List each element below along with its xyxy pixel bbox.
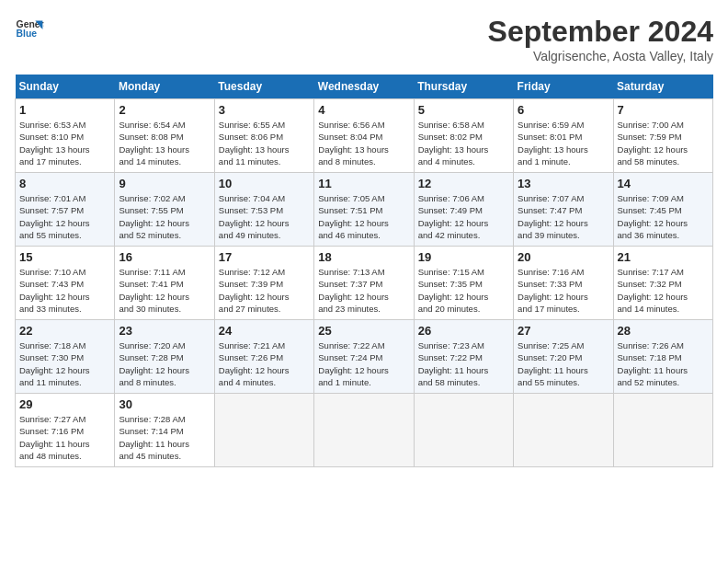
calendar-cell: 29Sunrise: 7:27 AMSunset: 7:16 PMDayligh… [16, 394, 115, 467]
day-info: Sunrise: 6:59 AMSunset: 8:01 PMDaylight:… [518, 119, 609, 167]
calendar-cell: 27Sunrise: 7:25 AMSunset: 7:20 PMDayligh… [514, 320, 613, 394]
calendar-cell: 30Sunrise: 7:28 AMSunset: 7:14 PMDayligh… [115, 394, 214, 467]
day-number: 2 [119, 103, 210, 117]
day-info: Sunrise: 7:13 AMSunset: 7:37 PMDaylight:… [318, 266, 409, 315]
day-info: Sunrise: 7:12 AMSunset: 7:39 PMDaylight:… [219, 266, 310, 315]
calendar-cell: 22Sunrise: 7:18 AMSunset: 7:30 PMDayligh… [16, 320, 115, 394]
day-number: 16 [119, 250, 210, 264]
header: General Blue September 2024 Valgrisenche… [15, 15, 713, 63]
logo: General Blue [15, 15, 44, 44]
day-number: 18 [318, 250, 409, 264]
day-info: Sunrise: 6:56 AMSunset: 8:04 PMDaylight:… [318, 119, 409, 167]
day-info: Sunrise: 7:01 AMSunset: 7:57 PMDaylight:… [19, 192, 110, 241]
header-thursday: Thursday [414, 75, 513, 99]
day-number: 13 [518, 177, 609, 190]
day-number: 3 [219, 103, 310, 117]
calendar-cell: 25Sunrise: 7:22 AMSunset: 7:24 PMDayligh… [314, 320, 414, 394]
day-info: Sunrise: 6:58 AMSunset: 8:02 PMDaylight:… [418, 119, 509, 167]
week-row-3: 15Sunrise: 7:10 AMSunset: 7:43 PMDayligh… [16, 247, 713, 320]
calendar-cell: 7Sunrise: 7:00 AMSunset: 7:59 PMDaylight… [613, 99, 712, 173]
day-info: Sunrise: 7:11 AMSunset: 7:41 PMDaylight:… [119, 266, 210, 315]
day-number: 4 [318, 103, 409, 117]
day-number: 6 [518, 103, 609, 117]
day-info: Sunrise: 7:23 AMSunset: 7:22 PMDaylight:… [418, 339, 509, 388]
day-number: 10 [219, 177, 310, 190]
calendar-cell [613, 394, 712, 467]
day-number: 29 [19, 397, 110, 411]
day-info: Sunrise: 7:18 AMSunset: 7:30 PMDaylight:… [19, 339, 110, 388]
header-wednesday: Wednesday [314, 75, 414, 99]
day-number: 1 [19, 103, 110, 117]
logo-icon: General Blue [15, 15, 44, 44]
calendar-cell: 16Sunrise: 7:11 AMSunset: 7:41 PMDayligh… [115, 247, 214, 320]
calendar-cell: 20Sunrise: 7:16 AMSunset: 7:33 PMDayligh… [514, 247, 613, 320]
day-info: Sunrise: 7:16 AMSunset: 7:33 PMDaylight:… [518, 266, 609, 315]
week-row-2: 8Sunrise: 7:01 AMSunset: 7:57 PMDaylight… [16, 173, 713, 247]
day-info: Sunrise: 7:00 AMSunset: 7:59 PMDaylight:… [618, 119, 709, 167]
calendar-cell: 9Sunrise: 7:02 AMSunset: 7:55 PMDaylight… [115, 173, 214, 247]
day-number: 11 [318, 177, 409, 190]
calendar-cell: 28Sunrise: 7:26 AMSunset: 7:18 PMDayligh… [613, 320, 712, 394]
day-number: 26 [418, 324, 509, 338]
day-number: 5 [418, 103, 509, 117]
calendar-cell: 11Sunrise: 7:05 AMSunset: 7:51 PMDayligh… [314, 173, 414, 247]
day-number: 24 [219, 324, 310, 338]
week-row-1: 1Sunrise: 6:53 AMSunset: 8:10 PMDaylight… [16, 99, 713, 173]
week-row-4: 22Sunrise: 7:18 AMSunset: 7:30 PMDayligh… [16, 320, 713, 394]
day-info: Sunrise: 7:09 AMSunset: 7:45 PMDaylight:… [618, 192, 709, 241]
calendar-cell: 6Sunrise: 6:59 AMSunset: 8:01 PMDaylight… [514, 99, 613, 173]
calendar-cell: 19Sunrise: 7:15 AMSunset: 7:35 PMDayligh… [414, 247, 513, 320]
day-info: Sunrise: 7:21 AMSunset: 7:26 PMDaylight:… [219, 339, 310, 388]
calendar-cell [214, 394, 313, 467]
calendar-cell [414, 394, 513, 467]
calendar-cell: 5Sunrise: 6:58 AMSunset: 8:02 PMDaylight… [414, 99, 513, 173]
calendar-cell: 14Sunrise: 7:09 AMSunset: 7:45 PMDayligh… [613, 173, 712, 247]
calendar-cell: 13Sunrise: 7:07 AMSunset: 7:47 PMDayligh… [514, 173, 613, 247]
header-tuesday: Tuesday [214, 75, 313, 99]
week-row-5: 29Sunrise: 7:27 AMSunset: 7:16 PMDayligh… [16, 394, 713, 467]
calendar-header-row: SundayMondayTuesdayWednesdayThursdayFrid… [16, 75, 713, 99]
day-info: Sunrise: 6:55 AMSunset: 8:06 PMDaylight:… [219, 119, 310, 167]
day-info: Sunrise: 7:27 AMSunset: 7:16 PMDaylight:… [19, 413, 110, 462]
day-info: Sunrise: 7:05 AMSunset: 7:51 PMDaylight:… [318, 192, 409, 241]
day-number: 8 [19, 177, 110, 190]
calendar-cell [514, 394, 613, 467]
day-info: Sunrise: 6:54 AMSunset: 8:08 PMDaylight:… [119, 119, 210, 167]
day-number: 9 [119, 177, 210, 190]
calendar-cell: 17Sunrise: 7:12 AMSunset: 7:39 PMDayligh… [214, 247, 313, 320]
day-info: Sunrise: 7:25 AMSunset: 7:20 PMDaylight:… [518, 339, 609, 388]
calendar-cell: 26Sunrise: 7:23 AMSunset: 7:22 PMDayligh… [414, 320, 513, 394]
header-sunday: Sunday [16, 75, 115, 99]
month-title: September 2024 [488, 15, 713, 49]
day-number: 25 [318, 324, 409, 338]
calendar-cell: 12Sunrise: 7:06 AMSunset: 7:49 PMDayligh… [414, 173, 513, 247]
title-area: September 2024 Valgrisenche, Aosta Valle… [488, 15, 713, 63]
day-number: 27 [518, 324, 609, 338]
day-info: Sunrise: 7:06 AMSunset: 7:49 PMDaylight:… [418, 192, 509, 241]
day-number: 17 [219, 250, 310, 264]
calendar-cell: 2Sunrise: 6:54 AMSunset: 8:08 PMDaylight… [115, 99, 214, 173]
day-number: 23 [119, 324, 210, 338]
header-saturday: Saturday [613, 75, 712, 99]
calendar-cell: 1Sunrise: 6:53 AMSunset: 8:10 PMDaylight… [16, 99, 115, 173]
day-number: 28 [618, 324, 709, 338]
day-info: Sunrise: 7:07 AMSunset: 7:47 PMDaylight:… [518, 192, 609, 241]
calendar-cell: 8Sunrise: 7:01 AMSunset: 7:57 PMDaylight… [16, 173, 115, 247]
calendar-cell: 18Sunrise: 7:13 AMSunset: 7:37 PMDayligh… [314, 247, 414, 320]
calendar-cell [314, 394, 414, 467]
day-number: 7 [618, 103, 709, 117]
calendar-cell: 4Sunrise: 6:56 AMSunset: 8:04 PMDaylight… [314, 99, 414, 173]
calendar-cell: 21Sunrise: 7:17 AMSunset: 7:32 PMDayligh… [613, 247, 712, 320]
day-number: 19 [418, 250, 509, 264]
day-number: 14 [618, 177, 709, 190]
calendar-cell: 23Sunrise: 7:20 AMSunset: 7:28 PMDayligh… [115, 320, 214, 394]
calendar-cell: 24Sunrise: 7:21 AMSunset: 7:26 PMDayligh… [214, 320, 313, 394]
day-info: Sunrise: 7:15 AMSunset: 7:35 PMDaylight:… [418, 266, 509, 315]
day-info: Sunrise: 7:28 AMSunset: 7:14 PMDaylight:… [119, 413, 210, 462]
header-friday: Friday [514, 75, 613, 99]
day-number: 20 [518, 250, 609, 264]
day-info: Sunrise: 7:20 AMSunset: 7:28 PMDaylight:… [119, 339, 210, 388]
header-monday: Monday [115, 75, 214, 99]
day-number: 22 [19, 324, 110, 338]
day-number: 30 [119, 397, 210, 411]
